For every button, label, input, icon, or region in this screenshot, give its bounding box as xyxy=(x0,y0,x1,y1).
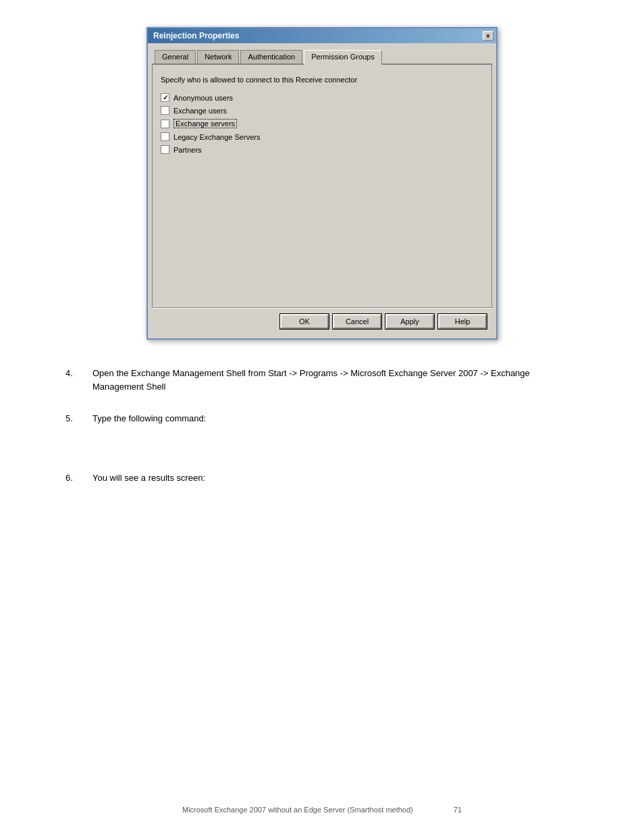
checkbox-exchange-servers-label: Exchange servers xyxy=(173,119,237,128)
checkbox-exchange-users-label: Exchange users xyxy=(173,107,227,115)
dialog-body: General Network Authentication Permissio… xyxy=(148,43,496,338)
dialog-titlebar: Reinjection Properties × xyxy=(148,28,496,43)
step-5-number: 5. xyxy=(65,412,92,425)
step-6-text: You will see a results screen: xyxy=(92,471,579,485)
page-footer: Microsoft Exchange 2007 without an Edge … xyxy=(0,806,644,814)
checkbox-partners-box[interactable] xyxy=(161,145,169,154)
tab-network[interactable]: Network xyxy=(197,50,239,63)
panel-content: Specify who is allowed to connect to thi… xyxy=(152,65,492,308)
spacer-2 xyxy=(65,458,579,471)
step-5-text: Type the following command: xyxy=(92,412,579,425)
dialog-buttons: OK Cancel Apply Help xyxy=(152,308,492,334)
checkbox-exchange-servers-box[interactable] xyxy=(161,120,169,128)
checkbox-anonymous-users-box[interactable] xyxy=(161,93,169,102)
tab-general[interactable]: General xyxy=(155,50,196,63)
step-6-number: 6. xyxy=(65,471,92,485)
dialog: Reinjection Properties × General Network… xyxy=(146,27,498,340)
checkbox-exchange-users-box[interactable] xyxy=(161,106,169,115)
checkbox-partners[interactable]: Partners xyxy=(161,145,483,154)
help-button[interactable]: Help xyxy=(438,314,487,329)
checkbox-legacy-exchange-servers-label: Legacy Exchange Servers xyxy=(173,133,260,141)
tabs-bar: General Network Authentication Permissio… xyxy=(152,47,492,65)
step-6: 6. You will see a results screen: xyxy=(65,471,579,485)
checkbox-anonymous-users-label: Anonymous users xyxy=(173,94,233,102)
checkbox-exchange-servers[interactable]: Exchange servers xyxy=(161,119,483,128)
checkbox-legacy-exchange-servers-box[interactable] xyxy=(161,132,169,141)
checkbox-anonymous-users[interactable]: Anonymous users xyxy=(161,93,483,102)
page-container: Reinjection Properties × General Network… xyxy=(0,0,644,834)
footer-left-text: Microsoft Exchange 2007 without an Edge … xyxy=(182,806,413,814)
panel-description: Specify who is allowed to connect to thi… xyxy=(161,76,483,84)
step-4-number: 4. xyxy=(65,367,92,393)
checkbox-exchange-users[interactable]: Exchange users xyxy=(161,106,483,115)
tab-authentication[interactable]: Authentication xyxy=(240,50,302,63)
dialog-wrapper: Reinjection Properties × General Network… xyxy=(146,27,498,340)
dialog-close-button[interactable]: × xyxy=(483,31,493,41)
cancel-button[interactable]: Cancel xyxy=(333,314,381,329)
content-area: 4. Open the Exchange Management Shell fr… xyxy=(65,367,579,503)
step-5: 5. Type the following command: xyxy=(65,412,579,425)
step-4: 4. Open the Exchange Management Shell fr… xyxy=(65,367,579,393)
tab-permission-groups[interactable]: Permission Groups xyxy=(304,50,382,65)
dialog-title: Reinjection Properties xyxy=(153,31,239,41)
panel-inner: Specify who is allowed to connect to thi… xyxy=(161,76,483,154)
checkbox-partners-label: Partners xyxy=(173,146,202,154)
checkbox-legacy-exchange-servers[interactable]: Legacy Exchange Servers xyxy=(161,132,483,141)
step-4-text: Open the Exchange Management Shell from … xyxy=(92,367,579,393)
apply-button[interactable]: Apply xyxy=(385,314,434,329)
spacer-1 xyxy=(65,444,579,458)
ok-button[interactable]: OK xyxy=(280,314,329,329)
footer-page-number: 71 xyxy=(454,806,462,814)
